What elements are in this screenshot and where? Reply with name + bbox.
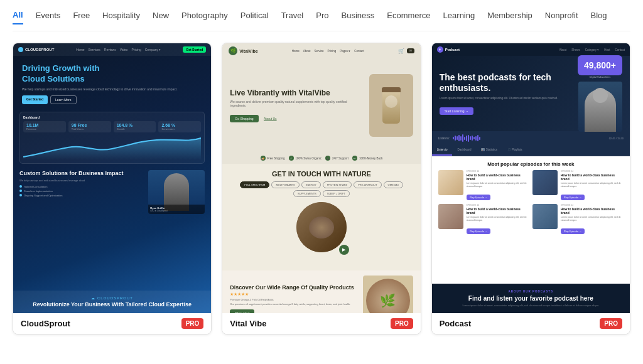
c3-episodes-grid: EPISODE 14 How to build a world-class bu… (438, 170, 624, 235)
c2-filter-protein[interactable]: PROTEIN SHAKE (323, 181, 352, 188)
c3-logo: 🎙 Podcast (437, 46, 460, 53)
c2-filter-fullspectrum[interactable]: FULL SPECTRUM (240, 181, 269, 188)
c2-badge-shipping-label: Free Shipping (267, 157, 285, 160)
c1-get-started-button[interactable]: Get Started (22, 95, 48, 104)
c3-subnav-statistics[interactable]: 📊 Statistics (476, 145, 502, 156)
c3-wave-12 (473, 137, 475, 139)
c2-cart-icon: 🛒 (398, 48, 404, 54)
c2-product-hero-image (369, 74, 413, 137)
nav-item-pro[interactable]: Pro (316, 11, 328, 24)
nav-item-ecommerce[interactable]: Ecommerce (387, 11, 430, 24)
nav-item-hospitality[interactable]: Hospitality (102, 11, 140, 24)
c2-product-center-image: ▶ (296, 202, 347, 252)
nav-item-nonprofit[interactable]: Nonprofit (545, 11, 578, 24)
nav-item-new[interactable]: New (153, 11, 169, 24)
c1-cta-button[interactable]: Get Started (183, 46, 206, 53)
c2-about-link[interactable]: About Us (264, 117, 277, 120)
nav-item-events[interactable]: Events (36, 11, 61, 24)
c1-lower-title: Custom Solutions for Business Impact (19, 170, 143, 177)
c2-s3-detail: Our premium oil supplement provides esse… (230, 302, 357, 306)
c1-topbar: CLOUDSPROUT Home Services Reviews Video … (13, 43, 211, 56)
page-container: All Events Free Hospitality New Photogra… (0, 0, 643, 364)
c2-nature-section: GET IN TOUCH WITH NATURE FULL SPECTRUM M… (222, 164, 420, 270)
c3-subscriber-label: Digital Subscribers (578, 75, 622, 78)
nav-item-learning[interactable]: Learning (443, 11, 475, 24)
c2-seeds-pile: 🌿 (366, 279, 410, 313)
c3-ep4-play-button[interactable]: Play Episode → (561, 228, 585, 234)
c2-nav-about: About (303, 50, 311, 53)
c3-footer: Podcast PRO (432, 313, 630, 334)
c3-start-listening-button[interactable]: Start Listening → (440, 107, 473, 115)
c1-banner-title: Revolutionize Your Business With Tailore… (22, 301, 202, 308)
c2-play-button[interactable]: ▶ (339, 245, 349, 255)
c3-wave-10 (470, 136, 471, 140)
c3-hero-text: The best podcasts for tech enthusiasts. … (440, 72, 571, 115)
c3-ep3-info: EPISODE 14 How to build a world-class bu… (467, 204, 529, 235)
c3-wave-2 (455, 136, 456, 141)
c3-ep3-num: EPISODE 14 (467, 204, 529, 206)
c3-ep2-num: EPISODE 14 (561, 170, 624, 173)
nav-item-business[interactable]: Business (342, 11, 375, 24)
c3-wave-6 (462, 134, 463, 142)
c2-s1-sub: We source and deliver premium quality na… (230, 100, 364, 107)
card-podcast[interactable]: 🎙 Podcast About Shows Category ▾ Host Co… (431, 43, 630, 335)
c2-filter-omega3[interactable]: OMEGA3 (384, 181, 403, 188)
c2-filter-row: FULL SPECTRUM MULTIVITAMINS ENERGY PROTE… (230, 181, 413, 197)
c3-ep2-play-button[interactable]: Play Episode → (561, 195, 585, 200)
c2-support-icon: 📞 (325, 156, 330, 161)
c3-ep1-play-button[interactable]: Play Episode → (467, 195, 490, 200)
c3-wave-13 (475, 136, 477, 141)
c3-subnav-playlists[interactable]: 🎵 Playlists (502, 145, 527, 156)
c2-stars: ★★★★★ (230, 292, 357, 297)
c2-jar-lid (382, 87, 401, 92)
c2-filter-sleep[interactable]: SLEEP + DRIFT (323, 190, 350, 197)
c3-ep4-image (532, 204, 558, 229)
nav-item-political[interactable]: Political (240, 11, 269, 24)
c2-cart: 🛒 00 (398, 48, 414, 54)
c1-nav-home: Home (76, 48, 84, 51)
c2-filter-energy[interactable]: ENERGY (301, 181, 321, 188)
c2-filter-multivitamins[interactable]: MULTIVITAMINS (271, 181, 299, 188)
nav-item-free[interactable]: Free (73, 11, 90, 24)
c3-subnav-dashboard[interactable]: Dashboard (452, 145, 476, 156)
c3-popular-section: Most popular episodes for this week EPIS… (432, 156, 630, 284)
c3-ep3-play-button[interactable]: Play Episode → (467, 228, 490, 234)
c1-learn-more-button[interactable]: Learn More (50, 95, 77, 104)
c3-bottom-sub: Lorem ipsum dolor sit amet, consectetur … (440, 304, 622, 307)
nav-item-photography[interactable]: Photography (181, 11, 228, 24)
c3-wave-9 (468, 135, 469, 142)
c3-host-head (593, 88, 608, 103)
c2-jar-container (382, 87, 401, 124)
c3-ep1-info: EPISODE 14 How to build a world-class bu… (467, 170, 529, 201)
card-cloudsprout[interactable]: CLOUDSPROUT Home Services Reviews Video … (13, 43, 212, 335)
card-preview-podcast: 🎙 Podcast About Shows Category ▾ Host Co… (432, 43, 630, 313)
nav-item-travel[interactable]: Travel (281, 11, 304, 24)
c3-link-about: About (559, 48, 566, 51)
c3-ep3-desc: Lorem ipsum dolor sit amet consectetur a… (467, 216, 529, 222)
c2-title: Vital Vibe (230, 319, 266, 328)
c1-feature-dot-3 (19, 194, 22, 196)
c3-subnav-listen[interactable]: Listen.io (432, 145, 453, 156)
c3-link-contact: Contact (615, 48, 625, 51)
c2-filter-supplements[interactable]: SUPPLEMENTS (293, 190, 321, 197)
nav-item-all[interactable]: All (13, 10, 23, 24)
c1-nav-links: Home Services Reviews Video Pricing Comp… (76, 48, 161, 51)
nav-item-membership[interactable]: Membership (487, 11, 532, 24)
c1-nav-services: Services (89, 48, 100, 51)
c2-s2-title: GET IN TOUCH WITH NATURE (230, 170, 413, 178)
c1-pro-badge: PRO (181, 318, 204, 329)
c2-shop-now-button[interactable]: Shop Now (230, 309, 254, 313)
c2-filter-preworkout[interactable]: PRE-WORKOUT (354, 181, 381, 188)
c1-feature-text-3: Ongoing Support and Optimization (24, 194, 62, 197)
card-vitalvibe[interactable]: 🌿 VitalVibe Home About Service Pricing P… (222, 43, 421, 335)
c1-feature-dot-1 (19, 185, 22, 188)
nav-item-blog[interactable]: Blog (591, 11, 607, 24)
c1-dashboard: Dashboard 10.1M Revenue 98 Free Trial Us… (19, 112, 205, 164)
c2-logo-icon: 🌿 (229, 46, 237, 55)
c2-shop-button[interactable]: Go Shopping (230, 115, 258, 122)
c2-s1-title: Live Vibrantly with VitalVibe (230, 88, 364, 97)
category-nav: All Events Free Hospitality New Photogra… (13, 10, 630, 31)
c3-ep2-desc: Lorem ipsum dolor sit amet consectetur a… (561, 182, 624, 188)
c2-badge-money-back: ↩ 100% Money Back (352, 156, 383, 161)
c2-s3-text: Discover Our Wide Range Of Quality Produ… (230, 284, 357, 313)
